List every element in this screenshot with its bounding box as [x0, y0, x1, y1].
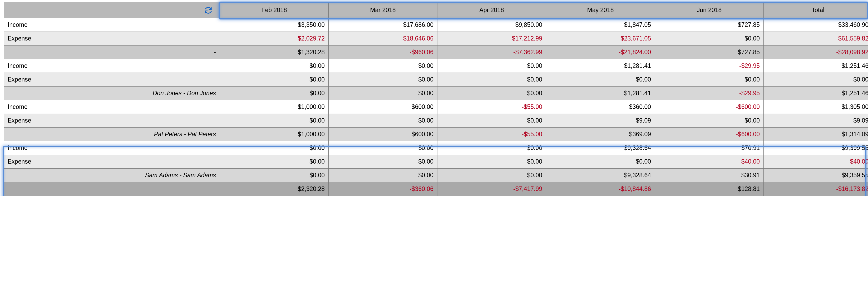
value-cell: $0.00	[329, 73, 437, 87]
value-cell: $1,251.46	[764, 59, 868, 73]
table-row: Expense$0.00$0.00$0.00$0.00-$40.00-$40.0…	[4, 155, 868, 169]
table-row: $2,320.28-$360.06-$7,417.99-$10,844.86$1…	[4, 182, 868, 196]
value-cell: $1,320.28	[220, 45, 329, 59]
value-cell: -$10,844.86	[546, 182, 655, 196]
row-label: Pat Peters - Pat Peters	[4, 128, 220, 141]
report-container: Feb 2018 Mar 2018 Apr 2018 May 2018 Jun …	[0, 0, 868, 196]
row-label-header	[4, 2, 220, 18]
value-cell: -$7,362.99	[437, 45, 546, 59]
value-cell: $9,850.00	[437, 18, 546, 32]
value-cell: -$600.00	[655, 128, 764, 141]
table-row: Don Jones - Don Jones$0.00$0.00$0.00$1,2…	[4, 87, 868, 100]
value-cell: $1,314.09	[764, 128, 868, 141]
value-cell: -$2,029.72	[220, 32, 329, 45]
value-cell: $0.00	[220, 73, 329, 87]
value-cell: $0.00	[220, 141, 329, 155]
row-label: Expense	[4, 114, 220, 128]
row-label: Income	[4, 141, 220, 155]
value-cell: $0.00	[546, 155, 655, 169]
financial-report-table: Feb 2018 Mar 2018 Apr 2018 May 2018 Jun …	[4, 2, 868, 196]
column-header[interactable]: Apr 2018	[437, 2, 546, 18]
value-cell: -$55.00	[437, 100, 546, 114]
refresh-icon[interactable]	[204, 6, 212, 14]
value-cell: $0.00	[437, 73, 546, 87]
value-cell: $9.09	[764, 114, 868, 128]
value-cell: $1,251.46	[764, 87, 868, 100]
row-label: Income	[4, 18, 220, 32]
value-cell: $0.00	[220, 114, 329, 128]
table-row: Income$3,350.00$17,686.00$9,850.00$1,847…	[4, 18, 868, 32]
value-cell: $1,847.05	[546, 18, 655, 32]
value-cell: $9,359.55	[764, 169, 868, 182]
value-cell: $0.00	[437, 59, 546, 73]
value-cell: $600.00	[329, 100, 437, 114]
column-header[interactable]: Mar 2018	[329, 2, 437, 18]
row-label: Sam Adams - Sam Adams	[4, 169, 220, 182]
value-cell: $0.00	[329, 169, 437, 182]
column-header[interactable]: Feb 2018	[220, 2, 329, 18]
row-label: Expense	[4, 155, 220, 169]
value-cell: $0.00	[655, 114, 764, 128]
value-cell: -$17,212.99	[437, 32, 546, 45]
table-row: Sam Adams - Sam Adams$0.00$0.00$0.00$9,3…	[4, 169, 868, 182]
value-cell: $1,305.00	[764, 100, 868, 114]
value-cell: $0.00	[220, 155, 329, 169]
value-cell: -$7,417.99	[437, 182, 546, 196]
value-cell: -$29.95	[655, 87, 764, 100]
row-label	[4, 182, 220, 196]
value-cell: $0.00	[329, 114, 437, 128]
value-cell: $30.91	[655, 169, 764, 182]
table-row: -$1,320.28-$960.06-$7,362.99-$21,824.00$…	[4, 45, 868, 59]
value-cell: $9,328.64	[546, 169, 655, 182]
value-cell: -$360.06	[329, 182, 437, 196]
value-cell: $0.00	[329, 155, 437, 169]
value-cell: $0.00	[437, 87, 546, 100]
value-cell: $0.00	[437, 155, 546, 169]
value-cell: $128.81	[655, 182, 764, 196]
value-cell: $0.00	[220, 87, 329, 100]
table-row: Income$1,000.00$600.00-$55.00$360.00-$60…	[4, 100, 868, 114]
value-cell: $1,000.00	[220, 128, 329, 141]
value-cell: $0.00	[329, 141, 437, 155]
table-row: Expense$0.00$0.00$0.00$0.00$0.00$0.00	[4, 73, 868, 87]
value-cell: $1,000.00	[220, 100, 329, 114]
column-header[interactable]: May 2018	[546, 2, 655, 18]
value-cell: -$21,824.00	[546, 45, 655, 59]
value-cell: -$16,173.82	[764, 182, 868, 196]
table-row: Pat Peters - Pat Peters$1,000.00$600.00-…	[4, 128, 868, 141]
value-cell: $0.00	[437, 169, 546, 182]
value-cell: $0.00	[437, 141, 546, 155]
value-cell: -$61,559.82	[764, 32, 868, 45]
value-cell: -$28,098.92	[764, 45, 868, 59]
row-label: -	[4, 45, 220, 59]
row-label: Income	[4, 59, 220, 73]
value-cell: $600.00	[329, 128, 437, 141]
value-cell: $1,281.41	[546, 87, 655, 100]
value-cell: $17,686.00	[329, 18, 437, 32]
value-cell: $0.00	[546, 73, 655, 87]
value-cell: $1,281.41	[546, 59, 655, 73]
value-cell: $0.00	[764, 73, 868, 87]
column-header[interactable]: Total	[764, 2, 868, 18]
value-cell: $0.00	[329, 87, 437, 100]
table-row: Income$0.00$0.00$0.00$1,281.41-$29.95$1,…	[4, 59, 868, 73]
column-header[interactable]: Jun 2018	[655, 2, 764, 18]
value-cell: -$29.95	[655, 59, 764, 73]
row-label: Expense	[4, 32, 220, 45]
value-cell: -$40.00	[655, 155, 764, 169]
value-cell: $0.00	[329, 59, 437, 73]
value-cell: $0.00	[655, 32, 764, 45]
row-label: Income	[4, 100, 220, 114]
value-cell: $0.00	[220, 59, 329, 73]
row-label: Expense	[4, 73, 220, 87]
value-cell: $9,399.55	[764, 141, 868, 155]
value-cell: $9,328.64	[546, 141, 655, 155]
table-row: Expense-$2,029.72-$18,646.06-$17,212.99-…	[4, 32, 868, 45]
table-row: Expense$0.00$0.00$0.00$9.09$0.00$9.09	[4, 114, 868, 128]
value-cell: $3,350.00	[220, 18, 329, 32]
value-cell: -$40.00	[764, 155, 868, 169]
value-cell: $33,460.90	[764, 18, 868, 32]
value-cell: $727.85	[655, 18, 764, 32]
value-cell: $0.00	[220, 169, 329, 182]
value-cell: -$55.00	[437, 128, 546, 141]
